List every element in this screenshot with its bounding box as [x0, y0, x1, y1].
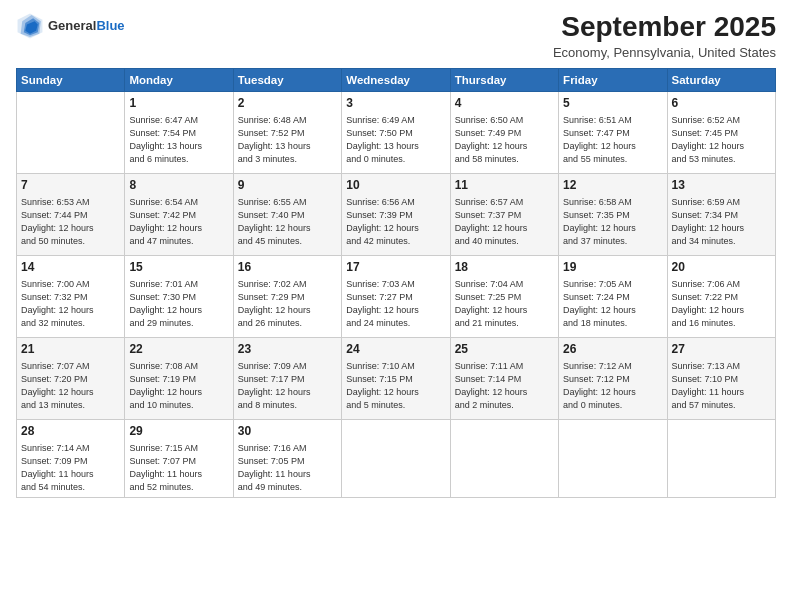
day-number: 17: [346, 259, 445, 276]
day-number: 27: [672, 341, 771, 358]
logo-general: GeneralBlue: [48, 18, 125, 34]
day-number: 16: [238, 259, 337, 276]
day-number: 25: [455, 341, 554, 358]
col-saturday: Saturday: [667, 68, 775, 91]
col-thursday: Thursday: [450, 68, 558, 91]
table-row: 24Sunrise: 7:10 AM Sunset: 7:15 PM Dayli…: [342, 337, 450, 419]
day-number: 26: [563, 341, 662, 358]
day-number: 7: [21, 177, 120, 194]
table-row: 4Sunrise: 6:50 AM Sunset: 7:49 PM Daylig…: [450, 91, 558, 173]
table-row: 5Sunrise: 6:51 AM Sunset: 7:47 PM Daylig…: [559, 91, 667, 173]
table-row: [559, 419, 667, 497]
table-row: [17, 91, 125, 173]
day-info: Sunrise: 7:16 AM Sunset: 7:05 PM Dayligh…: [238, 442, 337, 494]
logo-text: GeneralBlue: [48, 18, 125, 34]
day-number: 6: [672, 95, 771, 112]
table-row: 7Sunrise: 6:53 AM Sunset: 7:44 PM Daylig…: [17, 173, 125, 255]
day-info: Sunrise: 6:51 AM Sunset: 7:47 PM Dayligh…: [563, 114, 662, 166]
table-row: 25Sunrise: 7:11 AM Sunset: 7:14 PM Dayli…: [450, 337, 558, 419]
table-row: 2Sunrise: 6:48 AM Sunset: 7:52 PM Daylig…: [233, 91, 341, 173]
day-info: Sunrise: 7:15 AM Sunset: 7:07 PM Dayligh…: [129, 442, 228, 494]
page: GeneralBlue September 2025 Economy, Penn…: [0, 0, 792, 612]
day-number: 10: [346, 177, 445, 194]
col-monday: Monday: [125, 68, 233, 91]
day-number: 12: [563, 177, 662, 194]
table-row: 29Sunrise: 7:15 AM Sunset: 7:07 PM Dayli…: [125, 419, 233, 497]
table-row: 21Sunrise: 7:07 AM Sunset: 7:20 PM Dayli…: [17, 337, 125, 419]
day-info: Sunrise: 7:02 AM Sunset: 7:29 PM Dayligh…: [238, 278, 337, 330]
table-row: 27Sunrise: 7:13 AM Sunset: 7:10 PM Dayli…: [667, 337, 775, 419]
day-number: 24: [346, 341, 445, 358]
table-row: [667, 419, 775, 497]
day-number: 19: [563, 259, 662, 276]
table-row: 19Sunrise: 7:05 AM Sunset: 7:24 PM Dayli…: [559, 255, 667, 337]
table-row: [342, 419, 450, 497]
day-number: 28: [21, 423, 120, 440]
day-number: 1: [129, 95, 228, 112]
col-wednesday: Wednesday: [342, 68, 450, 91]
day-number: 3: [346, 95, 445, 112]
table-row: 22Sunrise: 7:08 AM Sunset: 7:19 PM Dayli…: [125, 337, 233, 419]
day-info: Sunrise: 6:50 AM Sunset: 7:49 PM Dayligh…: [455, 114, 554, 166]
table-row: [450, 419, 558, 497]
day-info: Sunrise: 6:47 AM Sunset: 7:54 PM Dayligh…: [129, 114, 228, 166]
table-row: 1Sunrise: 6:47 AM Sunset: 7:54 PM Daylig…: [125, 91, 233, 173]
day-info: Sunrise: 7:13 AM Sunset: 7:10 PM Dayligh…: [672, 360, 771, 412]
day-info: Sunrise: 6:55 AM Sunset: 7:40 PM Dayligh…: [238, 196, 337, 248]
table-row: 26Sunrise: 7:12 AM Sunset: 7:12 PM Dayli…: [559, 337, 667, 419]
col-friday: Friday: [559, 68, 667, 91]
day-number: 29: [129, 423, 228, 440]
day-info: Sunrise: 6:54 AM Sunset: 7:42 PM Dayligh…: [129, 196, 228, 248]
day-number: 5: [563, 95, 662, 112]
logo-icon: [16, 12, 44, 40]
day-number: 13: [672, 177, 771, 194]
col-sunday: Sunday: [17, 68, 125, 91]
day-info: Sunrise: 7:10 AM Sunset: 7:15 PM Dayligh…: [346, 360, 445, 412]
table-row: 15Sunrise: 7:01 AM Sunset: 7:30 PM Dayli…: [125, 255, 233, 337]
calendar-table: Sunday Monday Tuesday Wednesday Thursday…: [16, 68, 776, 498]
day-number: 14: [21, 259, 120, 276]
header: GeneralBlue September 2025 Economy, Penn…: [16, 12, 776, 60]
day-info: Sunrise: 7:08 AM Sunset: 7:19 PM Dayligh…: [129, 360, 228, 412]
day-info: Sunrise: 7:00 AM Sunset: 7:32 PM Dayligh…: [21, 278, 120, 330]
day-info: Sunrise: 7:04 AM Sunset: 7:25 PM Dayligh…: [455, 278, 554, 330]
subtitle: Economy, Pennsylvania, United States: [553, 45, 776, 60]
day-info: Sunrise: 6:58 AM Sunset: 7:35 PM Dayligh…: [563, 196, 662, 248]
day-info: Sunrise: 6:59 AM Sunset: 7:34 PM Dayligh…: [672, 196, 771, 248]
table-row: 18Sunrise: 7:04 AM Sunset: 7:25 PM Dayli…: [450, 255, 558, 337]
table-row: 17Sunrise: 7:03 AM Sunset: 7:27 PM Dayli…: [342, 255, 450, 337]
table-row: 12Sunrise: 6:58 AM Sunset: 7:35 PM Dayli…: [559, 173, 667, 255]
title-block: September 2025 Economy, Pennsylvania, Un…: [553, 12, 776, 60]
calendar-header-row: Sunday Monday Tuesday Wednesday Thursday…: [17, 68, 776, 91]
col-tuesday: Tuesday: [233, 68, 341, 91]
table-row: 9Sunrise: 6:55 AM Sunset: 7:40 PM Daylig…: [233, 173, 341, 255]
day-number: 9: [238, 177, 337, 194]
day-number: 30: [238, 423, 337, 440]
table-row: 23Sunrise: 7:09 AM Sunset: 7:17 PM Dayli…: [233, 337, 341, 419]
table-row: 3Sunrise: 6:49 AM Sunset: 7:50 PM Daylig…: [342, 91, 450, 173]
day-number: 18: [455, 259, 554, 276]
table-row: 10Sunrise: 6:56 AM Sunset: 7:39 PM Dayli…: [342, 173, 450, 255]
day-info: Sunrise: 7:06 AM Sunset: 7:22 PM Dayligh…: [672, 278, 771, 330]
day-number: 21: [21, 341, 120, 358]
day-number: 15: [129, 259, 228, 276]
day-info: Sunrise: 7:03 AM Sunset: 7:27 PM Dayligh…: [346, 278, 445, 330]
table-row: 16Sunrise: 7:02 AM Sunset: 7:29 PM Dayli…: [233, 255, 341, 337]
day-number: 11: [455, 177, 554, 194]
day-info: Sunrise: 7:05 AM Sunset: 7:24 PM Dayligh…: [563, 278, 662, 330]
day-number: 2: [238, 95, 337, 112]
day-info: Sunrise: 6:57 AM Sunset: 7:37 PM Dayligh…: [455, 196, 554, 248]
day-info: Sunrise: 7:14 AM Sunset: 7:09 PM Dayligh…: [21, 442, 120, 494]
day-number: 23: [238, 341, 337, 358]
day-number: 8: [129, 177, 228, 194]
day-number: 20: [672, 259, 771, 276]
day-info: Sunrise: 7:07 AM Sunset: 7:20 PM Dayligh…: [21, 360, 120, 412]
day-number: 22: [129, 341, 228, 358]
table-row: 20Sunrise: 7:06 AM Sunset: 7:22 PM Dayli…: [667, 255, 775, 337]
table-row: 30Sunrise: 7:16 AM Sunset: 7:05 PM Dayli…: [233, 419, 341, 497]
day-info: Sunrise: 7:09 AM Sunset: 7:17 PM Dayligh…: [238, 360, 337, 412]
day-info: Sunrise: 7:01 AM Sunset: 7:30 PM Dayligh…: [129, 278, 228, 330]
day-info: Sunrise: 6:53 AM Sunset: 7:44 PM Dayligh…: [21, 196, 120, 248]
table-row: 6Sunrise: 6:52 AM Sunset: 7:45 PM Daylig…: [667, 91, 775, 173]
table-row: 28Sunrise: 7:14 AM Sunset: 7:09 PM Dayli…: [17, 419, 125, 497]
